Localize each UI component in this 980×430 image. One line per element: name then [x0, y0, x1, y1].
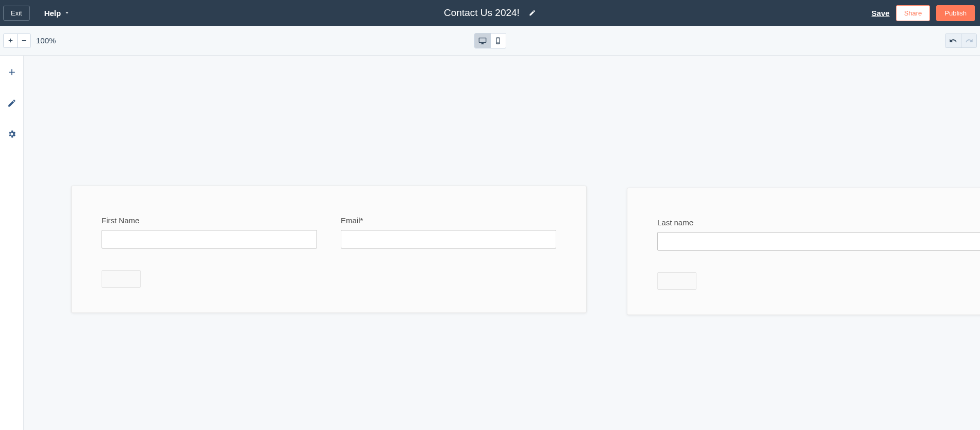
undo-icon	[949, 37, 957, 45]
email-input[interactable]	[341, 230, 556, 249]
history-group	[945, 34, 977, 48]
device-toggle	[474, 33, 506, 48]
left-sidebar	[0, 56, 24, 430]
email-field: Email*	[341, 216, 556, 249]
email-label: Email*	[341, 216, 556, 225]
form-row: First Name Email*	[102, 216, 556, 249]
help-label: Help	[44, 9, 61, 18]
settings-button[interactable]	[6, 128, 18, 140]
first-name-label: First Name	[102, 216, 317, 225]
top-header: Exit Help Contact Us 2024! Save Share Pu…	[0, 0, 980, 26]
undo-button[interactable]	[945, 34, 961, 47]
form-step-1[interactable]: First Name Email*	[71, 186, 587, 313]
exit-button[interactable]: Exit	[3, 6, 30, 21]
redo-button[interactable]	[961, 34, 976, 47]
mobile-view-button[interactable]	[490, 34, 506, 48]
zoom-level: 100%	[36, 36, 56, 45]
gear-icon	[7, 129, 16, 139]
minus-icon	[21, 37, 27, 44]
pencil-icon	[7, 98, 16, 108]
workspace: First Name Email* Last name	[0, 56, 980, 430]
zoom-in-button[interactable]	[4, 34, 17, 47]
editor-toolbar: 100%	[0, 26, 980, 56]
zoom-out-button[interactable]	[17, 34, 30, 47]
desktop-view-button[interactable]	[475, 34, 490, 48]
page-title: Contact Us 2024!	[444, 7, 520, 19]
header-right: Save Share Publish	[872, 5, 977, 21]
edit-button[interactable]	[6, 97, 18, 109]
save-link[interactable]: Save	[872, 9, 890, 18]
add-element-button[interactable]	[6, 66, 18, 78]
redo-icon	[965, 37, 973, 45]
first-name-field: First Name	[102, 216, 317, 249]
submit-button-placeholder[interactable]	[102, 270, 141, 288]
last-name-input[interactable]	[657, 232, 980, 251]
first-name-input[interactable]	[102, 230, 317, 249]
header-center: Contact Us 2024!	[444, 7, 536, 19]
form-step-2[interactable]: Last name	[627, 188, 980, 315]
chevron-down-icon	[64, 10, 70, 16]
last-name-field: Last name	[657, 218, 980, 251]
mobile-icon	[494, 37, 502, 44]
pencil-icon[interactable]	[529, 9, 536, 16]
canvas[interactable]: First Name Email* Last name	[24, 56, 980, 430]
header-left: Exit Help	[3, 6, 70, 21]
zoom-group	[3, 34, 31, 48]
last-name-label: Last name	[657, 218, 980, 227]
plus-icon	[7, 67, 17, 77]
share-button[interactable]: Share	[896, 5, 931, 21]
submit-button-placeholder[interactable]	[657, 272, 696, 290]
desktop-icon	[478, 37, 487, 45]
toolbar-left: 100%	[3, 34, 56, 48]
plus-icon	[7, 37, 14, 44]
help-menu[interactable]: Help	[44, 9, 71, 18]
publish-button[interactable]: Publish	[936, 5, 975, 21]
